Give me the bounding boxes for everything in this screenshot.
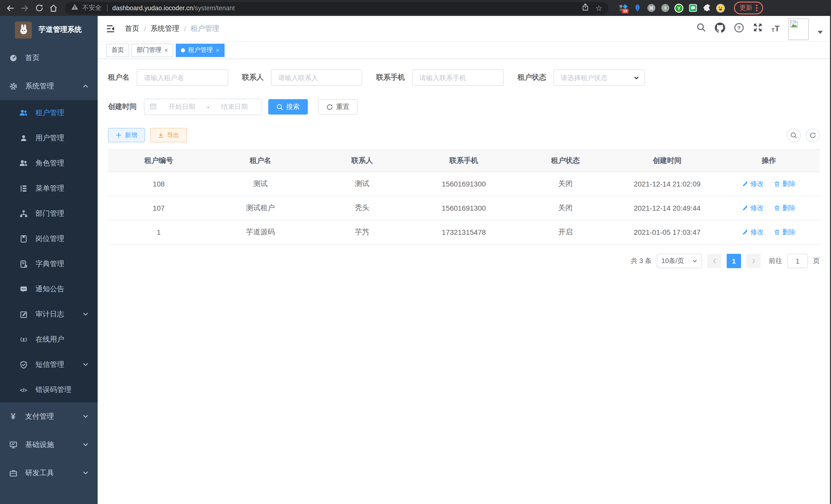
refresh-table-button[interactable] xyxy=(806,128,820,142)
create-time-range-picker[interactable]: 开始日期 - 结束日期 xyxy=(144,99,262,115)
delete-button[interactable]: 删除 xyxy=(774,179,796,188)
add-button[interactable]: 新增 xyxy=(108,128,145,142)
svg-text:⌘: ⌘ xyxy=(649,5,654,11)
edit-button[interactable]: 修改 xyxy=(742,179,764,188)
extension-tango-icon[interactable]: 10 xyxy=(619,3,628,12)
trash-icon xyxy=(774,181,780,187)
svg-text:Y: Y xyxy=(677,5,681,11)
sidebar-item-sms[interactable]: 短信管理 xyxy=(0,352,98,377)
sidebar-item-home[interactable]: 首页 xyxy=(0,44,98,72)
col-mobile: 联系手机 xyxy=(413,150,515,172)
dashboard-icon xyxy=(9,53,18,62)
sidebar-item-dept[interactable]: 部门管理 xyxy=(0,201,98,226)
sidebar-item-errcode[interactable]: </> 错误码管理 xyxy=(0,377,98,402)
col-contact: 联系人 xyxy=(311,150,413,172)
url-text[interactable]: dashboard.yudao.iocoder.cn/system/tenant xyxy=(112,4,235,11)
delete-button[interactable]: 删除 xyxy=(774,228,796,237)
goto-label: 前往 xyxy=(769,256,782,266)
reload-icon[interactable] xyxy=(33,2,45,14)
home-icon[interactable] xyxy=(47,2,60,14)
sidebar-item-system[interactable]: 系统管理 xyxy=(0,72,98,100)
prev-page-button[interactable] xyxy=(707,254,721,268)
delete-button[interactable]: 删除 xyxy=(774,203,796,213)
contact-input[interactable] xyxy=(271,69,362,86)
kebab-menu-icon[interactable] xyxy=(756,5,757,11)
sidebar-item-infra[interactable]: 基础设施 xyxy=(0,431,98,459)
mobile-input[interactable] xyxy=(412,69,504,86)
export-button[interactable]: 导出 xyxy=(150,128,187,142)
share-icon[interactable] xyxy=(581,3,589,13)
divider xyxy=(107,4,107,11)
sidebar-item-label: 角色管理 xyxy=(35,158,64,168)
sidebar-item-online[interactable]: 在线用户 xyxy=(0,327,98,352)
audit-log-icon xyxy=(19,310,28,319)
breadcrumb-home[interactable]: 首页 xyxy=(125,24,139,33)
close-icon[interactable]: × xyxy=(165,47,168,53)
puzzle-extensions-icon[interactable] xyxy=(702,3,711,12)
infra-monitor-icon xyxy=(9,440,18,449)
tenant-users-icon xyxy=(19,109,28,117)
notice-message-icon xyxy=(19,285,28,293)
tab-tenant[interactable]: 租户管理 × xyxy=(176,43,225,57)
edit-button[interactable]: 修改 xyxy=(742,203,764,213)
breadcrumb: 首页 / 系统管理 / 租户管理 xyxy=(125,24,220,33)
org-tree-icon xyxy=(19,209,28,218)
sidebar-item-dict[interactable]: 字典管理 xyxy=(0,251,98,276)
goto-page-input[interactable] xyxy=(787,254,808,268)
fullscreen-icon[interactable] xyxy=(753,23,763,34)
chevron-left-icon xyxy=(712,258,717,264)
status-select[interactable] xyxy=(553,69,645,86)
extension-y-icon[interactable]: Y xyxy=(674,3,684,12)
page-size-select[interactable]: 10条/页 xyxy=(657,254,702,268)
caret-down-icon[interactable] xyxy=(818,31,823,34)
tab-dept[interactable]: 部门管理 × xyxy=(132,43,173,57)
extension-command-icon[interactable]: ⌘ xyxy=(647,3,656,12)
browser-update-button[interactable]: 更新 xyxy=(734,2,763,14)
sidebar-item-menu[interactable]: 菜单管理 xyxy=(0,176,98,201)
sidebar-fold-icon[interactable] xyxy=(106,23,116,34)
sidebar-item-label: 短信管理 xyxy=(35,360,64,369)
search-icon[interactable] xyxy=(696,23,706,34)
col-tenant-id: 租户编号 xyxy=(108,150,210,172)
current-page-button[interactable]: 1 xyxy=(727,254,741,268)
extension-emoji-icon[interactable] xyxy=(716,3,725,12)
forward-icon[interactable] xyxy=(19,2,31,14)
avatar[interactable] xyxy=(789,18,809,40)
avatar-image-placeholder xyxy=(790,20,798,28)
svg-text:?: ? xyxy=(738,25,741,31)
github-icon[interactable] xyxy=(715,22,725,35)
reset-button[interactable]: 重置 xyxy=(318,99,358,115)
sidebar-item-notice[interactable]: 通知公告 xyxy=(0,276,98,302)
gear-icon xyxy=(9,82,18,90)
sidebar-item-devtools[interactable]: 研发工具 xyxy=(0,459,98,487)
show-search-button[interactable] xyxy=(787,128,801,142)
tenant-name-input[interactable] xyxy=(137,69,228,86)
bookmark-star-icon[interactable]: ☆ xyxy=(595,4,602,12)
extension-kite-icon[interactable] xyxy=(633,3,642,12)
tab-home[interactable]: 首页 xyxy=(106,43,129,57)
edit-button[interactable]: 修改 xyxy=(742,228,764,237)
extension-recorder-icon[interactable] xyxy=(660,3,670,12)
url-bar[interactable]: 不安全 dashboard.yudao.iocoder.cn/system/te… xyxy=(65,2,608,14)
back-icon[interactable] xyxy=(4,2,17,14)
extension-chat-icon[interactable] xyxy=(688,3,697,12)
create-time-label: 创建时间 xyxy=(108,102,137,112)
close-icon[interactable]: × xyxy=(216,47,220,53)
sidebar-logo-row[interactable]: 芋道管理系统 xyxy=(0,16,98,44)
trash-icon xyxy=(774,205,780,211)
extensions-row: 10 ⌘ Y 更新 xyxy=(619,2,765,14)
breadcrumb-system[interactable]: 系统管理 xyxy=(150,24,179,33)
help-icon[interactable]: ? xyxy=(734,22,744,35)
sidebar-item-tenant[interactable]: 租户管理 xyxy=(0,100,98,125)
devtools-icon xyxy=(9,469,18,477)
security-label[interactable]: 不安全 xyxy=(82,4,102,12)
font-size-icon[interactable]: TT xyxy=(771,24,780,33)
search-button[interactable]: 搜索 xyxy=(268,99,308,115)
sidebar-item-post[interactable]: 岗位管理 xyxy=(0,226,98,251)
sidebar-item-audit[interactable]: 审计日志 xyxy=(0,302,98,327)
next-page-button[interactable] xyxy=(746,254,761,268)
sidebar-item-pay[interactable]: ¥ 支付管理 xyxy=(0,402,98,431)
sidebar-item-role[interactable]: 角色管理 xyxy=(0,151,98,176)
sidebar-item-user[interactable]: 用户管理 xyxy=(0,125,98,151)
chevron-up-icon xyxy=(83,83,88,89)
